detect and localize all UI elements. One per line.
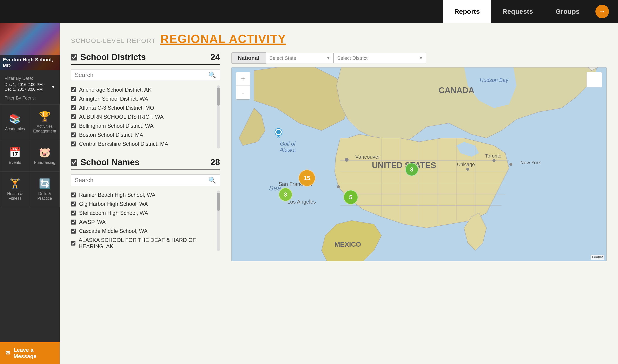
left-panel: School Districts 24 🔍 Anchorage School D… — [71, 52, 220, 251]
focus-fundraising[interactable]: 🐷 Fundraising — [30, 140, 60, 172]
activities-icon: 🏆 — [39, 111, 51, 122]
school-name-4: Cascade Middle School, WA — [79, 228, 148, 234]
focus-academics[interactable]: 📚 Academics — [0, 104, 30, 140]
districts-checkbox[interactable] — [71, 54, 77, 61]
events-label: Events — [9, 160, 21, 165]
cluster-value-west: 15 — [304, 175, 310, 182]
nav-reports[interactable]: Reports — [443, 0, 491, 23]
focus-events[interactable]: 📅 Events — [0, 140, 30, 172]
school-districts-section: School Districts 24 🔍 Anchorage School D… — [71, 52, 220, 148]
districts-scrollbar[interactable] — [217, 85, 220, 148]
district-name-2: Atlanta C-3 School District, MO — [79, 105, 154, 111]
top-navigation: Reports Requests Groups → — [0, 0, 618, 23]
activities-label: Activities Engagement — [32, 124, 57, 134]
district-checkbox-4[interactable] — [71, 123, 76, 128]
filter-focus-label: Filter By Focus: — [4, 95, 55, 101]
page-header: SCHOOL-LEVEL REPORT REGIONAL ACTIVITY — [71, 32, 607, 46]
districts-list: Anchorage School District, AK Arlington … — [71, 85, 220, 148]
school-name-1: Gig Harbor High School, WA — [79, 201, 148, 207]
districts-scrollbar-thumb[interactable] — [217, 88, 220, 106]
district-name-5: Boston School District, MA — [79, 132, 143, 138]
academics-label: Academics — [5, 127, 25, 131]
districts-search-button[interactable]: 🔍 — [208, 71, 216, 79]
right-panel: National Select State ▼ Select District … — [231, 52, 607, 261]
school-districts-header: School Districts 24 — [71, 52, 220, 65]
nav-groups[interactable]: Groups — [544, 0, 591, 23]
map-layer-button[interactable]: ⊞ — [587, 72, 602, 87]
district-name-4: Bellingham School District, WA — [79, 123, 154, 129]
user-avatar-icon[interactable]: → — [595, 5, 609, 18]
list-item: ALASKA SCHOOL FOR THE DEAF & HARD OF HEA… — [71, 236, 220, 251]
svg-point-35 — [276, 130, 281, 134]
district-checkbox-6[interactable] — [71, 142, 76, 146]
cluster-marker-southwest[interactable]: 3 — [279, 188, 293, 202]
focus-health[interactable]: 🏋 Health & Fitness — [0, 172, 30, 208]
national-button[interactable]: National — [231, 52, 266, 64]
fundraising-icon: 🐷 — [39, 147, 51, 158]
select-state[interactable]: Select State — [266, 53, 334, 64]
zoom-controls: + - — [236, 72, 250, 100]
svg-point-26 — [466, 168, 469, 171]
report-title: REGIONAL ACTIVITY — [160, 32, 286, 46]
districts-search-box[interactable]: 🔍 — [71, 69, 220, 81]
list-item: AWSP, WA — [71, 218, 220, 227]
list-item: Boston School District, MA — [71, 130, 220, 140]
list-item: Gig Harbor High School, WA — [71, 199, 220, 208]
nav-requests[interactable]: Requests — [491, 0, 544, 23]
school-name-2: Steilacoom High School, WA — [79, 210, 148, 216]
filter-section: Filter By Date: Dec 1, 2016 2:00 PM - De… — [0, 70, 60, 104]
list-item: Bellingham School District, WA — [71, 121, 220, 130]
svg-text:Alaska: Alaska — [279, 147, 296, 153]
filter-date-label: Filter By Date: — [4, 76, 55, 81]
names-scrollbar[interactable] — [217, 191, 220, 251]
message-bar[interactable]: ✉ Leave a Message — [0, 342, 60, 364]
district-checkbox-3[interactable] — [71, 114, 76, 119]
cluster-marker-west[interactable]: 15 — [298, 169, 316, 187]
health-label: Health & Fitness — [2, 191, 27, 201]
map-controls: National Select State ▼ Select District … — [231, 52, 607, 64]
school-checkbox-5[interactable] — [71, 241, 75, 246]
report-label: SCHOOL-LEVEL REPORT — [71, 37, 156, 44]
focus-activities[interactable]: 🏆 Activities Engagement — [30, 104, 60, 140]
districts-title: School Districts — [81, 52, 146, 62]
district-name-0: Anchorage School District, AK — [79, 87, 151, 93]
fundraising-label: Fundraising — [34, 160, 55, 165]
map-pin-alaska[interactable] — [274, 128, 283, 137]
names-checkbox[interactable] — [71, 159, 77, 166]
list-item: Arlington School District, WA — [71, 94, 220, 103]
school-banner: Everton High School, MO — [0, 23, 60, 70]
districts-search-input[interactable] — [75, 72, 208, 78]
cluster-marker-south-central[interactable]: 5 — [343, 190, 358, 205]
zoom-in-button[interactable]: + — [236, 72, 250, 86]
district-checkbox-0[interactable] — [71, 87, 76, 92]
school-checkbox-4[interactable] — [71, 229, 76, 234]
message-label: Leave a Message — [13, 347, 54, 360]
names-search-button[interactable]: 🔍 — [208, 176, 216, 184]
school-checkbox-3[interactable] — [71, 220, 76, 224]
school-checkbox-0[interactable] — [71, 193, 76, 197]
svg-point-28 — [492, 159, 495, 162]
names-search-input[interactable] — [75, 177, 208, 184]
school-checkbox-2[interactable] — [71, 210, 76, 216]
names-search-box[interactable]: 🔍 — [71, 174, 220, 186]
list-item: AUBURN SCHOOL DISTRICT, WA — [71, 112, 220, 121]
map-container: Sea UNITED STATES CANADA — [231, 67, 607, 261]
focus-drills[interactable]: 🔄 Drills & Practice — [30, 172, 60, 208]
district-checkbox-1[interactable] — [71, 96, 76, 101]
list-item: Atlanta C-3 School District, MO — [71, 103, 220, 112]
drills-icon: 🔄 — [39, 178, 51, 189]
events-icon: 📅 — [9, 147, 21, 158]
select-state-wrap: Select State ▼ — [266, 53, 334, 64]
names-scrollbar-thumb[interactable] — [217, 193, 220, 211]
cluster-value-south-central: 5 — [349, 194, 352, 201]
svg-text:Los Angeles: Los Angeles — [287, 199, 316, 205]
school-checkbox-1[interactable] — [71, 202, 76, 207]
academics-icon: 📚 — [9, 113, 21, 124]
district-checkbox-5[interactable] — [71, 132, 76, 137]
select-district[interactable]: Select District — [334, 53, 426, 64]
zoom-out-button[interactable]: - — [236, 86, 250, 99]
cluster-marker-northeast[interactable]: 3 — [405, 163, 418, 176]
district-checkbox-2[interactable] — [71, 105, 76, 110]
date-range[interactable]: Dec 1, 2016 2:00 PM - Dec 1, 2017 3:00 P… — [4, 82, 55, 92]
drills-label: Drills & Practice — [32, 191, 57, 201]
